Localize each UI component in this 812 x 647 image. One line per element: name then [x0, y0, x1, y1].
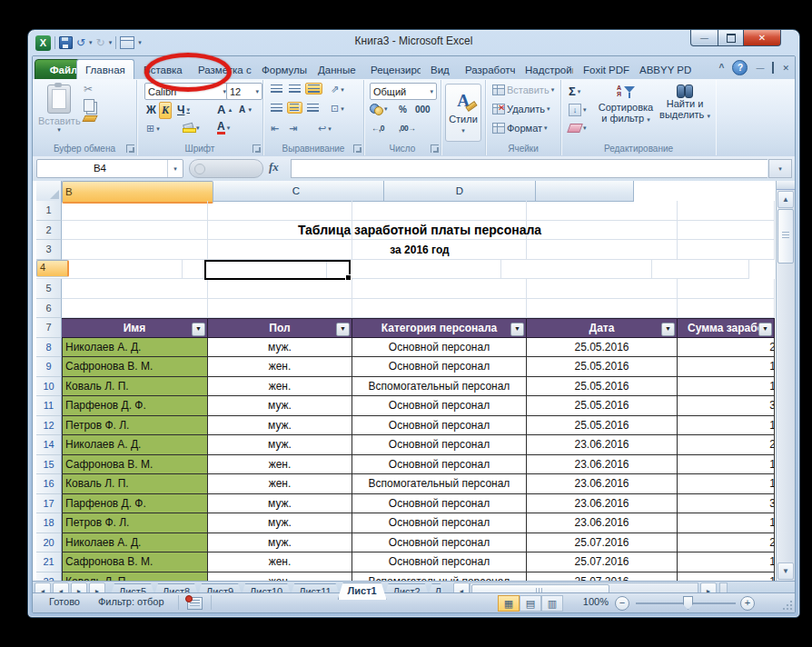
cell-date[interactable]: 25.05.2016 — [527, 377, 678, 397]
cell-date[interactable]: 23.06.2016 — [527, 455, 678, 475]
tab-главная[interactable]: Главная — [76, 59, 134, 81]
redo-dropdown[interactable]: ▾ — [109, 39, 113, 46]
view-page-layout-button[interactable]: ▤ — [520, 595, 541, 612]
row-header-6[interactable]: 6 — [36, 299, 62, 319]
cell[interactable] — [678, 221, 775, 241]
bold-button[interactable]: Ж — [144, 103, 158, 117]
select-all-corner[interactable] — [36, 181, 62, 202]
cell-sum[interactable]: 1 — [678, 474, 775, 494]
decrease-indent-button[interactable]: ⇤ — [269, 122, 281, 135]
name-box-dropdown[interactable]: ▾ — [167, 160, 183, 177]
accounting-format-button[interactable]: ▾ — [368, 103, 390, 114]
paste-dropdown[interactable]: ▾ — [38, 126, 80, 134]
cell-category[interactable]: Основной персонал — [352, 435, 527, 455]
cell[interactable] — [678, 279, 775, 299]
row-header-11[interactable]: 11 — [36, 396, 62, 416]
cell[interactable] — [527, 240, 678, 260]
filter-dropdown-icon[interactable]: ▼ — [758, 323, 772, 336]
styles-button[interactable]: А Стили ▾ — [445, 84, 481, 142]
column-header-C[interactable]: C — [209, 181, 384, 202]
row-header-17[interactable]: 17 — [36, 494, 62, 514]
cell-category[interactable]: Основной персонал — [352, 455, 527, 475]
cell[interactable] — [62, 221, 208, 241]
cell[interactable] — [678, 299, 775, 319]
cell-name[interactable]: Парфенов Д. Ф. — [62, 396, 208, 416]
row-header-21[interactable]: 21 — [36, 552, 62, 572]
cell-date[interactable]: 23.06.2016 — [527, 494, 678, 514]
workbook-minimize-icon[interactable]: — — [756, 64, 764, 73]
cell-gender[interactable]: муж. — [208, 416, 352, 436]
cell-name[interactable]: Николаев А. Д. — [62, 435, 208, 455]
insert-cells-button[interactable]: Вставить▾ — [490, 84, 556, 96]
cell-name[interactable]: Петров Ф. Л. — [62, 513, 208, 533]
row-header-9[interactable]: 9 — [36, 357, 62, 377]
tab-вставка[interactable]: Вставка — [134, 59, 189, 81]
row-header-5[interactable]: 5 — [36, 279, 62, 299]
cell-gender[interactable]: муж. — [208, 513, 352, 533]
tab-формулы[interactable]: Формулы — [253, 59, 309, 81]
cell-name[interactable]: Николаев А. Д. — [62, 338, 208, 358]
redo-icon[interactable]: ↻ — [96, 35, 105, 50]
filter-dropdown-icon[interactable]: ▼ — [192, 323, 205, 336]
cell-sum[interactable]: 1 — [678, 377, 775, 397]
cell[interactable] — [62, 201, 208, 221]
cell-sum[interactable]: 2 — [678, 435, 775, 455]
format-painter-icon[interactable] — [82, 115, 97, 122]
tab-разметка-с[interactable]: Разметка с — [189, 59, 253, 81]
cell-category[interactable]: Основной персонал — [352, 552, 527, 572]
cell[interactable] — [208, 201, 352, 221]
tab-abbyy-pdf[interactable]: ABBYY PDF — [630, 59, 692, 81]
cell-date[interactable]: 25.07.2016 — [527, 572, 678, 582]
qat-extra-icon[interactable] — [120, 36, 134, 49]
autosum-button[interactable]: Σ▾ — [567, 84, 582, 99]
filter-dropdown-icon[interactable]: ▼ — [510, 323, 524, 336]
tab-разработч[interactable]: Разработч — [456, 59, 516, 81]
cell[interactable] — [62, 299, 208, 319]
copy-icon[interactable] — [84, 99, 94, 112]
maximize-button[interactable] — [718, 30, 743, 46]
cell-name[interactable]: Коваль Л. П. — [62, 572, 208, 582]
cell-gender[interactable]: жен. — [208, 572, 352, 582]
align-bottom-button[interactable] — [305, 83, 322, 95]
cell-category[interactable]: Основной персонал — [352, 494, 527, 514]
sort-filter-button[interactable]: АЯ Сортировкаи фильтр ▾ — [596, 84, 656, 126]
column-header-D[interactable]: D — [384, 181, 536, 202]
cell-name[interactable]: Коваль Л. П. — [62, 474, 208, 494]
excel-logo-icon[interactable]: X — [35, 35, 51, 51]
cell[interactable] — [527, 221, 678, 241]
expand-formula-bar-icon[interactable]: ▾ — [768, 159, 792, 178]
undo-dropdown[interactable]: ▾ — [89, 39, 93, 46]
cell[interactable] — [208, 221, 352, 241]
grow-font-button[interactable]: А▲ — [215, 102, 234, 117]
sheet-tab-лист1[interactable]: Лист1 — [338, 582, 387, 600]
save-icon[interactable] — [59, 36, 73, 49]
cell-date[interactable]: 23.06.2016 — [527, 474, 678, 494]
percent-style-button[interactable]: % — [397, 104, 409, 115]
cell-gender[interactable]: муж. — [208, 396, 352, 416]
table-header-5[interactable]: Сумма зарабо▼ — [678, 318, 775, 338]
cell[interactable] — [208, 299, 352, 319]
cell[interactable] — [36, 260, 183, 280]
cell-name[interactable]: Николаев А. Д. — [62, 533, 208, 553]
close-button[interactable]: ✕ — [743, 30, 781, 46]
cell-sum[interactable]: 1 — [678, 572, 775, 582]
fill-color-button[interactable]: ▾ — [181, 123, 202, 134]
cell-category[interactable]: Вспомогательный персонал — [352, 572, 527, 582]
number-dialog-launcher[interactable] — [431, 144, 439, 153]
row-header-3[interactable]: 3 — [36, 240, 62, 260]
cell[interactable] — [352, 240, 527, 260]
table-header-3[interactable]: Категория персонала▼ — [352, 318, 527, 338]
cell[interactable] — [527, 201, 678, 221]
macro-record-icon[interactable] — [187, 597, 203, 610]
cell[interactable] — [208, 279, 352, 299]
cell-gender[interactable]: муж. — [208, 494, 352, 514]
customize-qat-arrow[interactable]: ▾ — [138, 39, 142, 46]
filter-dropdown-icon[interactable]: ▼ — [661, 323, 675, 336]
tab-рецензиро[interactable]: Рецензиро — [361, 59, 421, 81]
paste-button[interactable]: Вставить ▾ — [38, 84, 80, 144]
column-header-e[interactable] — [536, 181, 634, 202]
cell[interactable] — [501, 260, 652, 280]
merge-center-button[interactable]: ⊡▾ — [329, 102, 346, 115]
font-color-button[interactable]: А▾ — [215, 121, 232, 135]
cut-icon[interactable]: ✂ — [84, 84, 93, 95]
